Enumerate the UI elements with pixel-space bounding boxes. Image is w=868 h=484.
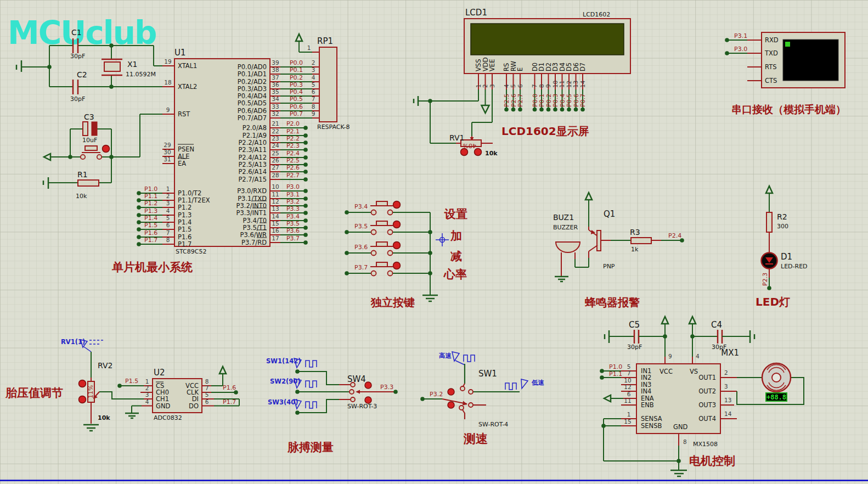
svg-text:P3.2: P3.2	[430, 391, 443, 398]
svg-text:27: 27	[272, 164, 279, 171]
svg-text:P0.3/AD3: P0.3/AD3	[238, 85, 267, 93]
sw4-part: SW-ROT-3	[347, 403, 377, 410]
key4-button-icon[interactable]	[393, 262, 401, 269]
svg-text:26: 26	[272, 157, 279, 164]
svg-text:P2.4: P2.4	[286, 150, 300, 157]
svg-text:6: 6	[627, 391, 631, 397]
reset-button-icon[interactable]	[103, 145, 110, 153]
svg-text:P2.5/A13: P2.5/A13	[238, 161, 267, 168]
key3-button-icon[interactable]	[393, 242, 401, 249]
svg-text:P1.3: P1.3	[144, 207, 157, 215]
svg-text:SW3(40): SW3(40)	[268, 398, 298, 406]
svg-text:7: 7	[312, 95, 315, 102]
sw1-down-button[interactable]	[448, 402, 454, 408]
svg-text:P3.4/T0: P3.4/T0	[243, 217, 267, 224]
key1-button-icon[interactable]	[393, 201, 401, 209]
svg-text:3: 3	[312, 66, 315, 73]
svg-text:P3.1/TXD: P3.1/TXD	[238, 195, 267, 202]
svg-text:P2.2: P2.2	[286, 135, 300, 142]
rv2-increase-button[interactable]	[79, 380, 86, 387]
rv1-decrease-button[interactable]	[475, 149, 482, 156]
serial-terminal[interactable]: RXD TXD RTS CTS	[762, 32, 845, 88]
lcd-ref: LCD1	[465, 8, 487, 18]
svg-text:1: 1	[166, 185, 170, 192]
svg-text:P0.4/AD4: P0.4/AD4	[238, 92, 267, 100]
caption-key3: 减	[450, 250, 462, 263]
svg-text:7: 7	[205, 385, 209, 391]
svg-text:3: 3	[145, 391, 149, 398]
svg-text:8: 8	[538, 84, 545, 88]
svg-text:P2.1/A9: P2.1/A9	[243, 132, 267, 139]
svg-text:P1.7: P1.7	[223, 398, 236, 406]
key2-button-icon[interactable]	[393, 221, 401, 228]
svg-text:P0.7: P0.7	[579, 94, 587, 107]
svg-text:P3.5: P3.5	[286, 220, 300, 227]
svg-text:19: 19	[164, 58, 171, 65]
svg-text:24: 24	[272, 142, 279, 149]
svg-text:P0.1: P0.1	[538, 94, 545, 107]
caption-led: LED灯	[756, 295, 790, 308]
u2-ref: U2	[154, 368, 165, 378]
svg-text:12: 12	[566, 81, 572, 88]
svg-text:4: 4	[145, 398, 149, 405]
svg-text:P1.5: P1.5	[144, 222, 157, 229]
svg-text:D7: D7	[579, 63, 587, 71]
svg-text:15: 15	[272, 220, 279, 227]
svg-text:11: 11	[624, 397, 631, 404]
svg-text:2: 2	[724, 369, 728, 376]
svg-text:VCC: VCC	[660, 368, 673, 375]
c1-value: 30pF	[70, 53, 85, 60]
sw4-up-button[interactable]	[365, 382, 371, 389]
svg-text:14: 14	[724, 410, 732, 417]
svg-text:1: 1	[145, 378, 149, 385]
svg-text:低速: 低速	[531, 379, 545, 386]
r1-ref: R1	[77, 170, 88, 179]
svg-text:P1.5: P1.5	[125, 378, 138, 385]
svg-text:P1.5: P1.5	[178, 226, 191, 233]
caption-motor: 电机控制	[689, 454, 735, 468]
sw4-down-button[interactable]	[365, 397, 371, 403]
r3-net: P2.4	[668, 232, 681, 239]
x1-value: 11.0592M	[126, 71, 156, 78]
sw1-up-button[interactable]	[448, 389, 454, 395]
r3-value: 1k	[631, 246, 639, 253]
svg-text:16: 16	[272, 227, 279, 234]
r1-value: 10k	[76, 193, 87, 200]
rv1-increase-button[interactable]	[461, 149, 468, 156]
svg-text:P1.2: P1.2	[178, 204, 191, 211]
svg-text:36: 36	[272, 81, 279, 88]
caption-key1: 设置	[444, 207, 467, 221]
svg-text:4: 4	[696, 353, 700, 359]
svg-text:P0.3: P0.3	[290, 81, 303, 88]
svg-text:5: 5	[510, 84, 516, 88]
svg-text:P2.0: P2.0	[286, 120, 300, 127]
svg-text:P2.6: P2.6	[510, 94, 517, 107]
svg-text:12: 12	[624, 384, 631, 390]
svg-text:6: 6	[517, 84, 523, 88]
svg-text:13: 13	[724, 397, 731, 403]
svg-text:P1.4: P1.4	[144, 215, 157, 222]
serial-cursor	[785, 42, 790, 47]
svg-text:P3.3: P3.3	[380, 384, 393, 391]
caption-lcd: LCD1602显示屏	[501, 125, 589, 138]
rv2-decrease-button[interactable]	[79, 396, 86, 403]
svg-text:P0.7: P0.7	[290, 110, 303, 117]
svg-text:E: E	[516, 67, 524, 71]
svg-text:2: 2	[166, 193, 170, 199]
svg-text:P3.6: P3.6	[354, 244, 368, 251]
svg-text:ALE: ALE	[178, 153, 190, 160]
sw1-ref: SW1	[478, 369, 497, 379]
svg-text:SENSB: SENSB	[641, 422, 662, 430]
svg-text:P1.1: P1.1	[144, 193, 157, 200]
caption-key2: 加	[450, 229, 462, 243]
svg-text:8: 8	[166, 237, 170, 243]
svg-text:OUT1: OUT1	[698, 374, 716, 381]
svg-text:33: 33	[272, 103, 279, 110]
svg-text:P0.7/AD7: P0.7/AD7	[238, 114, 267, 122]
svg-text:30: 30	[164, 149, 171, 155]
svg-text:PSEN: PSEN	[178, 145, 194, 153]
svg-text:GND: GND	[156, 402, 171, 410]
sw4-ref: SW4	[347, 374, 366, 384]
rv2-ref: RV2	[98, 361, 112, 370]
svg-text:P2.3: P2.3	[286, 142, 300, 149]
